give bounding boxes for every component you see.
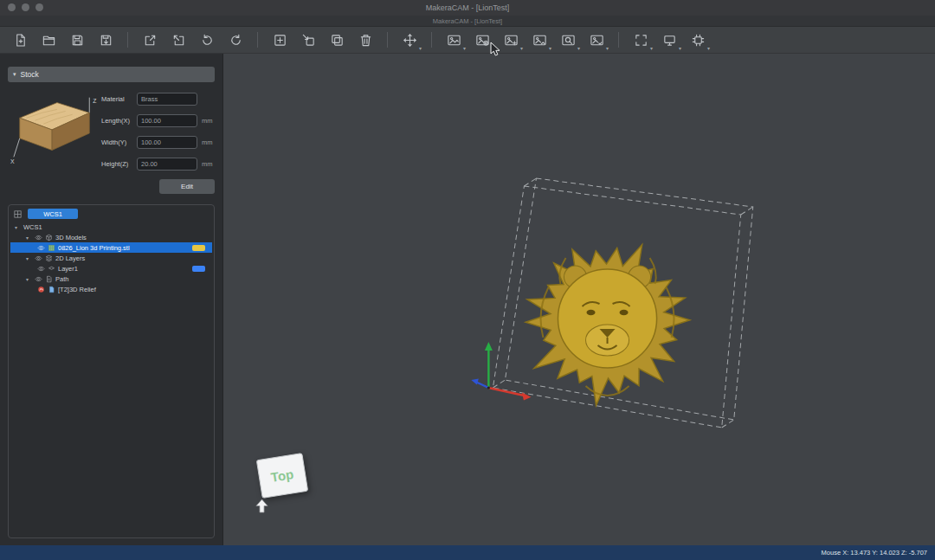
save-file-button[interactable] — [64, 29, 90, 51]
tab-wcs1[interactable]: WCS1 — [28, 209, 78, 219]
monitor-icon — [662, 33, 677, 48]
stock-section-header[interactable]: ▾ Stock — [8, 67, 215, 82]
minimize-button[interactable] — [22, 3, 29, 11]
copy-icon — [330, 33, 345, 48]
color-swatch[interactable] — [192, 266, 205, 272]
app-window: MakeraCAM - [LionTest] MakeraCAM - [Lion… — [0, 0, 935, 560]
axis-gizmo — [471, 342, 531, 401]
stock-field-row: Length(X)mm — [101, 114, 215, 127]
status-bar: Mouse X: 13.473 Y: 14.023 Z: -5.707 — [0, 545, 935, 560]
fullscreen-view-button[interactable]: ▾ — [628, 29, 654, 51]
dropdown-caret-icon[interactable]: ▾ — [577, 46, 580, 51]
simulation-button[interactable]: ▾ — [656, 29, 682, 51]
tree-row[interactable]: Layer1 — [10, 263, 212, 274]
toolbar-group — [267, 29, 378, 51]
dropdown-caret-icon[interactable]: ▾ — [520, 46, 523, 51]
tree-row[interactable]: ▾WCS1 — [10, 222, 212, 232]
import-model-button[interactable] — [137, 29, 163, 51]
window-title: MakeraCAM - [LionTest] — [426, 3, 510, 12]
expander-icon[interactable]: ▾ — [15, 224, 21, 230]
view-up-arrow-icon[interactable] — [255, 499, 268, 513]
window-controls — [8, 3, 43, 11]
open-folder-icon — [42, 33, 56, 48]
expander-icon[interactable]: ▾ — [26, 255, 32, 261]
fullscreen-icon — [634, 33, 648, 48]
width-y-input[interactable] — [137, 136, 197, 149]
tree-label: 0826_Lion 3d Printing.stl — [58, 244, 130, 252]
stock-field-row: Height(Z)mm — [101, 158, 215, 171]
wcs-panel: WCS1 ▾WCS1▾3D Models0826_Lion 3d Printin… — [8, 204, 215, 538]
titlebar: MakeraCAM - [LionTest] — [0, 0, 935, 16]
box-arrow-nw-icon — [171, 33, 186, 48]
toolbar-group: ▾▾▾ — [628, 29, 711, 51]
redo-button[interactable] — [222, 29, 248, 51]
left-panel: ▾ Stock Z X MaterialLength( — [0, 54, 223, 545]
toolbar-separator — [127, 32, 128, 48]
rotate-cw-icon — [229, 33, 243, 48]
image-icon — [447, 33, 461, 48]
edit-stock-button[interactable]: Edit — [159, 179, 215, 194]
tree-row[interactable]: [T2]3D Relief — [10, 284, 212, 294]
tree-row[interactable]: ▾2D Layers — [10, 253, 212, 263]
stock-section-label: Stock — [21, 70, 39, 79]
dropdown-caret-icon[interactable]: ▾ — [419, 46, 422, 51]
new-file-button[interactable] — [7, 29, 33, 51]
maximize-button[interactable] — [35, 3, 43, 11]
create-add-path-button[interactable]: ▾ — [498, 29, 524, 51]
color-swatch[interactable] — [192, 245, 205, 251]
tree-row[interactable]: 0826_Lion 3d Printing.stl — [10, 242, 212, 253]
verify-path-button[interactable]: ▾ — [584, 29, 609, 51]
duplicate-object-button[interactable] — [324, 29, 350, 51]
delete-object-button[interactable] — [352, 29, 378, 51]
mouse-coordinates: Mouse X: 13.473 Y: 14.023 Z: -5.707 — [822, 549, 927, 557]
save-icon — [70, 33, 85, 48]
stock-fields: MaterialLength(X)mmWidth(Y)mmHeight(Z)mm — [101, 91, 215, 171]
create-image-path-button[interactable]: ▾ — [441, 29, 467, 51]
dropdown-caret-icon[interactable]: ▾ — [650, 46, 653, 51]
dropdown-caret-icon[interactable]: ▾ — [549, 46, 551, 51]
toolbar: ▾▾▾▾▾▾▾▾▾▾ — [0, 27, 935, 54]
view-cube-top[interactable]: Top — [256, 453, 308, 499]
visibility-eye-icon[interactable] — [35, 254, 42, 262]
add-object-button[interactable] — [267, 29, 293, 51]
arrow-into-box-icon — [301, 33, 316, 48]
relief-tool-icon — [37, 286, 45, 293]
wcs-tree: ▾WCS1▾3D Models0826_Lion 3d Printing.stl… — [10, 222, 212, 294]
place-object-button[interactable] — [295, 29, 321, 51]
toolbar-group: ▾▾▾▾▾▾ — [441, 29, 609, 51]
expander-icon[interactable]: ▾ — [26, 276, 32, 282]
visibility-eye-icon[interactable] — [37, 265, 45, 273]
expander-icon[interactable]: ▾ — [26, 235, 32, 241]
axis-x-label: X — [10, 158, 15, 164]
tree-row[interactable]: ▾Path — [10, 274, 212, 284]
unit-label: mm — [202, 117, 214, 125]
dropdown-caret-icon[interactable]: ▾ — [707, 46, 710, 51]
tree-row[interactable]: ▾3D Models — [10, 232, 212, 242]
tree-label: 3D Models — [55, 234, 87, 241]
dropdown-caret-icon[interactable]: ▾ — [606, 46, 609, 51]
save-as-button[interactable] — [93, 29, 119, 51]
height-z-input[interactable] — [137, 158, 197, 171]
preview-path-button[interactable]: ▾ — [555, 29, 581, 51]
toolbar-separator — [431, 32, 432, 48]
material-input[interactable] — [137, 93, 197, 106]
post-process-button[interactable]: ▾ — [685, 29, 711, 51]
dropdown-caret-icon[interactable]: ▾ — [463, 46, 466, 51]
export-model-button[interactable] — [165, 29, 191, 51]
create-texture-path-button[interactable]: ▾ — [526, 29, 552, 51]
viewport-3d[interactable]: Top — [223, 54, 935, 545]
tree-label: 2D Layers — [55, 254, 85, 262]
rotate-ccw-icon — [200, 33, 215, 48]
visibility-eye-icon[interactable] — [35, 275, 42, 283]
visibility-eye-icon[interactable] — [35, 234, 42, 241]
dropdown-caret-icon[interactable]: ▾ — [679, 46, 681, 51]
close-button[interactable] — [8, 3, 16, 11]
tree-label: [T2]3D Relief — [58, 286, 96, 293]
open-file-button[interactable] — [35, 29, 61, 51]
length-x-input[interactable] — [137, 114, 197, 127]
undo-button[interactable] — [194, 29, 220, 51]
wcs-grid-icon[interactable] — [13, 209, 23, 219]
transform-tool-button[interactable]: ▾ — [397, 29, 422, 51]
visibility-eye-icon[interactable] — [37, 244, 45, 252]
path-doc-icon — [45, 275, 53, 283]
